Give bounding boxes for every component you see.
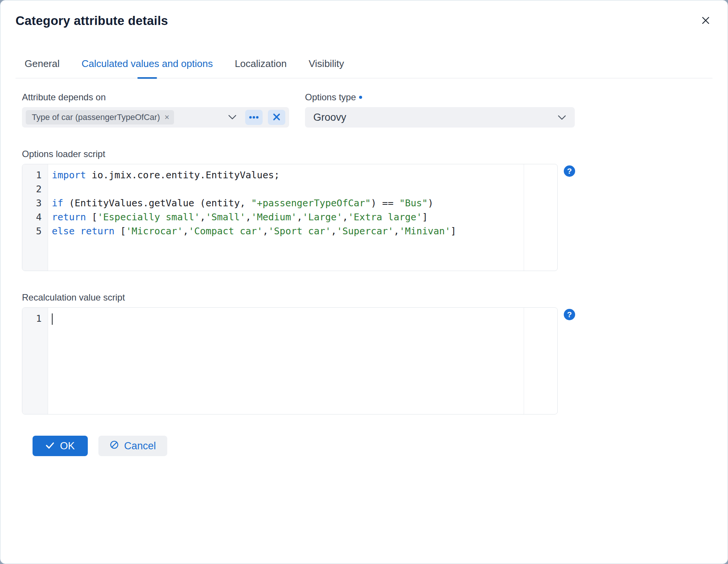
check-icon [45,440,54,452]
recalculation-value-script-editor[interactable]: 1 [22,307,558,414]
tab-bar: General Calculated values and options Lo… [16,58,712,78]
category-attribute-details-dialog: Category attribute details General Calcu… [0,0,728,564]
selected-value-chip: Type of car (passengerTypeOfCar) × [26,110,174,125]
clear-selection-button[interactable] [268,110,285,125]
cancel-button[interactable]: Cancel [98,436,167,456]
tab-general[interactable]: General [25,58,60,78]
clear-x-icon [273,113,280,122]
ban-icon [110,440,119,452]
tab-calculated-values-and-options[interactable]: Calculated values and options [82,58,213,78]
dialog-title: Category attribute details [16,13,168,28]
chip-remove-icon[interactable]: × [165,113,170,122]
close-icon [701,16,710,26]
ok-button[interactable]: OK [33,436,88,456]
code-area[interactable] [48,308,557,414]
chip-label: Type of car (passengerTypeOfCar) [32,112,160,122]
chevron-down-icon [557,112,566,123]
options-type-select[interactable]: Groovy [305,107,575,128]
text-cursor [52,313,53,325]
chevron-down-icon[interactable] [225,114,240,120]
tab-visibility[interactable]: Visibility [309,58,344,78]
dialog-actions: OK Cancel [33,436,712,456]
close-button[interactable] [698,13,713,28]
attribute-depends-on-label: Attribute depends on [22,92,289,103]
attribute-depends-on-field[interactable]: Type of car (passengerTypeOfCar) × [22,107,289,128]
dialog-header: Category attribute details [0,0,728,28]
options-type-value: Groovy [313,112,346,123]
tab-content: Attribute depends on Type of car (passen… [0,92,728,456]
options-loader-script-editor[interactable]: 12345 import io.jmix.core.entity.EntityV… [22,164,558,271]
recalculation-value-script-label: Recalculation value script [22,292,712,303]
required-indicator [359,96,362,99]
help-icon[interactable]: ? [564,165,575,177]
help-icon[interactable]: ? [564,309,575,320]
options-type-label: Options type [305,92,575,103]
code-area[interactable]: import io.jmix.core.entity.EntityValues;… [48,164,557,271]
more-options-button[interactable] [245,110,263,125]
ellipsis-icon [249,115,259,120]
line-number-gutter: 1 [22,308,48,414]
options-loader-script-label: Options loader script [22,149,712,159]
tab-localization[interactable]: Localization [235,58,286,78]
line-number-gutter: 12345 [22,164,48,271]
